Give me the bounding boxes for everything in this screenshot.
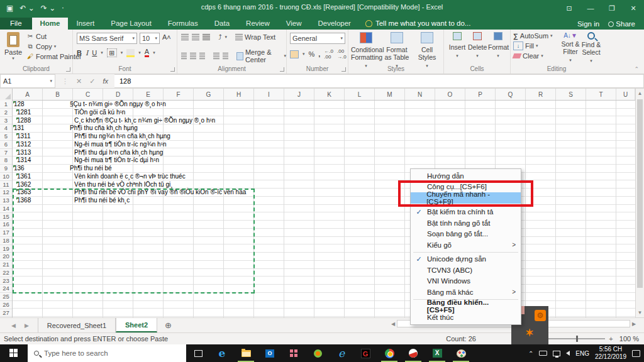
clipboard-dialog-launcher-icon[interactable] bbox=[66, 67, 70, 72]
cell-text[interactable]: Ng-êi mua tr¶ tiÒn tr-íc dµi h¹n bbox=[74, 156, 159, 165]
column-header-R[interactable]: R bbox=[526, 89, 556, 100]
taskbar-file-explorer-icon[interactable] bbox=[234, 344, 258, 362]
row-header-3[interactable]: 3 bbox=[0, 117, 12, 125]
row-header-12[interactable]: 12 bbox=[0, 189, 12, 197]
column-header-U[interactable]: U bbox=[616, 89, 635, 100]
menu-item[interactable]: VNI Windows bbox=[411, 276, 521, 287]
minimize-button[interactable]: — bbox=[580, 0, 601, 16]
customize-qat-icon[interactable]: ⸱ bbox=[62, 4, 64, 13]
row-header-20[interactable]: 20 bbox=[0, 253, 12, 261]
merge-center-button[interactable]: Merge & Center▾ bbox=[236, 48, 286, 63]
row-header-8[interactable]: 8 bbox=[0, 156, 12, 165]
zoom-knob[interactable] bbox=[576, 336, 578, 342]
new-sheet-button[interactable]: ⊕ bbox=[157, 318, 179, 332]
align-top-icon[interactable] bbox=[181, 34, 189, 40]
align-left-icon[interactable] bbox=[181, 53, 187, 59]
alignment-dialog-launcher-icon[interactable] bbox=[280, 67, 284, 72]
menu-item[interactable]: Hướng dẫn bbox=[411, 170, 521, 182]
font-name-combo[interactable]: MS Sans Serif▾ bbox=[77, 33, 137, 44]
zoom-level[interactable]: 100 % bbox=[619, 335, 639, 343]
column-header-S[interactable]: S bbox=[556, 89, 586, 100]
column-header-G[interactable]: G bbox=[194, 89, 224, 100]
zoom-slider[interactable]: − + bbox=[541, 335, 613, 343]
column-header-I[interactable]: I bbox=[254, 89, 284, 100]
font-size-combo[interactable]: 10▾ bbox=[140, 33, 160, 44]
decrease-decimal-icon[interactable]: .00→.0 bbox=[337, 48, 347, 60]
row-header-4[interactable]: 4 bbox=[0, 124, 12, 133]
wrap-text-button[interactable]: Wrap Text bbox=[235, 33, 275, 41]
table-row[interactable]: 1281TiÒn göi cã kú h¹n bbox=[13, 109, 629, 117]
row-header-22[interactable]: 22 bbox=[0, 269, 12, 277]
vertical-scroll-thumb[interactable] bbox=[637, 99, 643, 288]
taskbar-paint-icon[interactable] bbox=[449, 344, 473, 362]
taskbar-internet-explorer-icon[interactable]: e bbox=[330, 344, 353, 362]
row-header-18[interactable]: 18 bbox=[0, 237, 12, 245]
row-header-19[interactable]: 19 bbox=[0, 245, 12, 253]
underline-button[interactable]: U bbox=[92, 49, 97, 57]
menu-item[interactable]: Kết thúc bbox=[411, 312, 521, 323]
cell-text[interactable]: Ph¶i thu dµi h¹n cña kh¸ch hµng bbox=[74, 149, 163, 157]
sheet-prev-icon[interactable]: ◀ bbox=[11, 322, 16, 329]
cells-area[interactable]: 128§Çu t- n¾m gi÷ ®Õn ngµy ®¸o h¹n1281Ti… bbox=[13, 101, 635, 317]
cell-code[interactable]: 131 bbox=[14, 124, 25, 133]
tab-home[interactable]: Home bbox=[32, 18, 69, 30]
font-color-icon[interactable]: A bbox=[145, 48, 149, 57]
align-bottom-icon[interactable] bbox=[203, 34, 210, 40]
tell-me-box[interactable]: Tell me what you want to do... bbox=[359, 18, 477, 30]
clear-button[interactable]: Clear ▾ bbox=[513, 52, 553, 60]
cell-text[interactable]: Ph¶i thu néi bé vÒ chi phÝ ®i vay ®ñ ®iÒ… bbox=[74, 189, 246, 197]
table-row[interactable]: 1314Ng-êi mua tr¶ tiÒn tr-íc dµi h¹n bbox=[13, 156, 629, 165]
touch-keyboard-icon[interactable] bbox=[539, 351, 547, 356]
sign-in-link[interactable]: Sign in bbox=[577, 20, 599, 28]
menu-item[interactable]: Soạn bảng gõ tắt... bbox=[411, 229, 521, 240]
menu-item[interactable]: Chuyển mã nhanh - [CS+F9] bbox=[411, 192, 521, 204]
cell-text[interactable]: §Çu t- n¾m gi÷ ®Õn ngµy ®¸o h¹n bbox=[70, 101, 166, 109]
row-header-17[interactable]: 17 bbox=[0, 229, 12, 237]
cell-code[interactable]: 1314 bbox=[17, 156, 31, 165]
row-header-21[interactable]: 21 bbox=[0, 261, 12, 269]
cell-text[interactable]: Ng-êi mua tr¶ tiÒn tr-íc ng¾n h¹n bbox=[74, 141, 167, 149]
row-header-26[interactable]: 26 bbox=[0, 301, 12, 309]
cell-code[interactable]: 1361 bbox=[17, 173, 31, 181]
find-select-button[interactable]: Find & Select▾ bbox=[581, 32, 601, 63]
row-header-10[interactable]: 10 bbox=[0, 173, 12, 181]
cell-code[interactable]: 1363 bbox=[17, 189, 31, 197]
row-header-24[interactable]: 24 bbox=[0, 285, 12, 293]
column-header-O[interactable]: O bbox=[435, 89, 465, 100]
start-button[interactable] bbox=[0, 344, 28, 362]
number-format-combo[interactable]: General▾ bbox=[290, 33, 345, 44]
borders-icon[interactable]: ⊞ bbox=[107, 48, 117, 57]
column-header-H[interactable]: H bbox=[224, 89, 254, 100]
row-header-7[interactable]: 7 bbox=[0, 149, 12, 157]
close-button[interactable]: ✕ bbox=[623, 0, 644, 16]
taskbar-chrome-icon[interactable] bbox=[377, 344, 401, 362]
table-row[interactable]: 1362Vèn thu néi bé vÒ chªnh lÖch tû gi¸ bbox=[13, 181, 629, 189]
menu-item[interactable]: ✓Unicode dựng sẵn bbox=[411, 254, 521, 265]
sort-filter-button[interactable]: A↓▼ Sort & Filter▾ bbox=[560, 32, 581, 63]
menu-item[interactable]: Bật tính năng gõ tắt bbox=[411, 217, 521, 229]
column-header-Q[interactable]: Q bbox=[496, 89, 526, 100]
format-cells-button[interactable]: Format▾ bbox=[488, 32, 508, 58]
save-icon[interactable]: ▣ bbox=[6, 4, 13, 13]
cell-text[interactable]: Vèn thu néi bé vÒ chªnh lÖch tû gi¸ bbox=[74, 181, 173, 189]
cell-code[interactable]: 1281 bbox=[17, 109, 31, 117]
tab-view[interactable]: View bbox=[278, 18, 310, 30]
menu-item[interactable]: Kiểu gõ> bbox=[411, 239, 521, 251]
scroll-up-icon[interactable]: ▲ bbox=[636, 89, 644, 98]
scroll-right-icon[interactable]: ▶ bbox=[630, 321, 638, 327]
row-header-14[interactable]: 14 bbox=[0, 205, 12, 213]
select-all-corner[interactable] bbox=[0, 89, 13, 101]
row-header-1[interactable]: 1 bbox=[0, 101, 12, 109]
table-row[interactable]: 1311Ph¶i thu ng¾n h¹n cña kh¸ch hµng bbox=[13, 133, 629, 141]
autosum-button[interactable]: ∑AutoSum ▾ bbox=[513, 32, 553, 40]
table-row[interactable]: 1288C¸c kho¶n ®Çu t- kh¸c n¾m gi÷ ®Õn ng… bbox=[13, 117, 629, 125]
column-header-T[interactable]: T bbox=[586, 89, 616, 100]
table-row[interactable]: 1363Ph¶i thu néi bé vÒ chi phÝ ®i vay ®ñ… bbox=[13, 189, 629, 197]
menu-item[interactable]: Bảng mã khác> bbox=[411, 287, 521, 298]
tab-page-layout[interactable]: Page Layout bbox=[103, 18, 160, 30]
scroll-left-icon[interactable]: ◀ bbox=[389, 321, 397, 327]
formula-input[interactable]: 128 bbox=[114, 74, 644, 88]
conditional-formatting-button[interactable]: Conditional Formatting▾ bbox=[351, 32, 381, 69]
tab-developer[interactable]: Developer bbox=[310, 18, 359, 30]
cell-code[interactable]: 1288 bbox=[17, 117, 31, 125]
